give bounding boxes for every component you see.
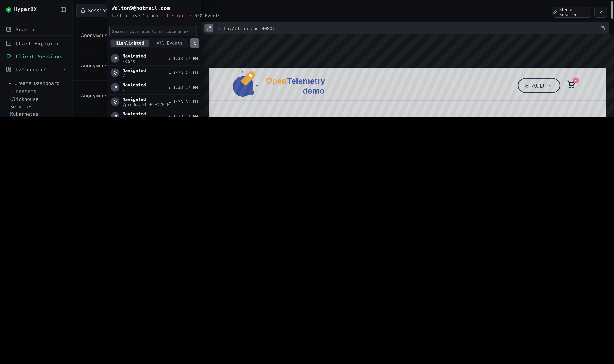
brand-title: HyperDX — [14, 6, 37, 12]
share-session-button[interactable]: Share Session — [553, 7, 591, 18]
sidebar-item-dashboards[interactable]: Dashboards — [0, 64, 72, 74]
search-journal-icon — [6, 26, 12, 32]
event-timestamp: ▶1:38:27 PM — [169, 85, 198, 90]
event-title: Navigated — [123, 68, 169, 73]
hyperdx-app: HyperDX Search Chart Explorer Client Ses… — [0, 0, 614, 117]
opentelemetry-logo: ✦ ✦ ✦ — [233, 71, 266, 98]
replay-area: Share Session ✕ http://frontend:8080/ ✦ … — [201, 0, 614, 117]
session-meta: Last active 1h ago · 1 Errors · 550 Even… — [112, 13, 220, 18]
share-session-label: Share Session — [559, 7, 591, 17]
tab-all-events[interactable]: All Events — [152, 39, 187, 47]
play-marker-icon: ▶ — [169, 116, 171, 117]
sessions-tab-icon — [80, 8, 86, 13]
navigation-pin-icon — [111, 98, 119, 106]
sidebar-divider — [0, 35, 72, 36]
presets-group-header[interactable]: PRESETS — [10, 90, 37, 94]
navigation-pin-icon — [111, 112, 119, 117]
sidebar-item-label: Client Sessions — [16, 53, 63, 59]
event-path: / — [123, 73, 169, 78]
cart-button[interactable]: 4 — [566, 79, 578, 91]
laptop-icon — [6, 53, 12, 60]
tab-highlighted[interactable]: Highlighted — [111, 39, 149, 47]
replay-url-bar: http://frontend:8080/ — [201, 22, 609, 34]
event-search-input[interactable] — [109, 26, 197, 36]
navigation-pin-icon — [111, 54, 119, 63]
session-event-panel: Walton9@hotmail.com Last active 1h ago ·… — [107, 0, 201, 117]
session-email: Walton9@hotmail.com — [112, 5, 170, 11]
event-row[interactable]: Navigated / ▶1:38:21 PM — [107, 65, 201, 80]
sidebar-item-label: Chart Explorer — [16, 40, 60, 46]
event-title: Navigated — [123, 53, 169, 58]
chart-explorer-icon — [6, 40, 12, 47]
hyperdx-logo-icon — [6, 7, 12, 13]
event-filter-tabs: Highlighted All Events — [109, 39, 188, 48]
sidebar: HyperDX Search Chart Explorer Client Ses… — [0, 0, 73, 117]
error-count: 1 Errors — [166, 13, 187, 18]
play-marker-icon: ▶ — [169, 72, 171, 75]
event-timestamp: ▶1:38:17 PM — [169, 56, 198, 61]
currency-code: AUD — [532, 82, 544, 89]
event-path: /cart — [123, 117, 169, 117]
currency-select[interactable]: $ AUD — [518, 78, 560, 93]
event-timestamp: ▶1:38:21 PM — [169, 70, 198, 75]
chevron-down-icon — [10, 90, 14, 94]
chevron-down-icon — [547, 83, 553, 88]
play-marker-icon: ▶ — [169, 58, 171, 61]
tab-sessions[interactable]: Sessions — [76, 4, 111, 17]
preset-kubernetes[interactable]: Kubernetes — [10, 112, 39, 117]
event-path: /product/L9ECAV7KIM — [123, 102, 169, 107]
replay-stage: ✦ ✦ ✦ OpenTelemetrydemo $ AUD 4 Shopping… — [201, 35, 614, 117]
brand-demo: demo — [266, 86, 325, 95]
event-row[interactable]: Navigated /cart ▶1:38:37 PM — [107, 109, 201, 117]
dashboards-icon — [6, 66, 12, 72]
replay-url: http://frontend:8080/ — [218, 26, 275, 31]
sidebar-item-search[interactable]: Search — [0, 24, 72, 35]
chevron-up-icon[interactable] — [61, 67, 66, 72]
event-row[interactable]: Navigated /cart ▶1:38:17 PM — [107, 51, 201, 65]
sidebar-item-label: Search — [16, 26, 35, 32]
create-dashboard-link[interactable]: + Create Dashboard — [9, 80, 59, 86]
event-row[interactable]: Navigated /product/L9ECAV7KIM ▶1:38:31 P… — [107, 94, 201, 109]
sidebar-item-label: Dashboards — [16, 66, 47, 72]
navigation-pin-icon — [111, 83, 119, 92]
session-user: Anonymous — [81, 63, 108, 68]
event-title: Navigated — [123, 112, 169, 117]
play-marker-icon: ▶ — [169, 87, 171, 90]
event-timestamp: ▶1:38:31 PM — [169, 100, 198, 104]
scrollbar-thumb[interactable] — [611, 1, 613, 19]
sidebar-divider — [0, 77, 72, 77]
presets-heading: PRESETS — [16, 90, 37, 94]
brand-text: OpenTelemetrydemo — [266, 76, 325, 95]
copy-url-icon[interactable] — [600, 26, 605, 31]
currency-symbol: $ — [525, 82, 529, 89]
event-title: Navigated — [123, 97, 169, 102]
link-icon — [553, 10, 557, 14]
cart-badge: 4 — [573, 78, 579, 83]
session-user: Anonymous — [81, 93, 108, 99]
header-divider — [209, 101, 606, 101]
close-button[interactable]: ✕ — [594, 7, 607, 18]
sidebar-item-client-sessions[interactable]: Client Sessions — [0, 51, 72, 61]
play-marker-icon: ▶ — [169, 101, 171, 104]
session-user: Anonymous — [81, 32, 108, 38]
navigation-pin-icon — [111, 68, 119, 77]
sidebar-item-chart-explorer[interactable]: Chart Explorer — [0, 39, 72, 49]
event-timestamp: ▶1:38:37 PM — [169, 114, 198, 117]
event-path: / — [123, 88, 169, 92]
preset-clickhouse[interactable]: Clickhouse — [10, 97, 39, 102]
event-path: /cart — [123, 59, 169, 63]
collapse-sidebar-icon[interactable] — [60, 6, 67, 13]
event-list: Navigated /cart ▶1:38:17 PM Navigated / … — [107, 51, 201, 117]
replayed-webpage: ✦ ✦ ✦ OpenTelemetrydemo $ AUD 4 Shopping… — [209, 68, 606, 117]
event-title: Navigated — [123, 82, 169, 88]
fullscreen-expand-icon[interactable] — [205, 24, 213, 32]
preset-services[interactable]: Services — [10, 104, 33, 110]
collapse-events-button[interactable] — [190, 39, 199, 48]
event-row[interactable]: Navigated / ▶1:38:27 PM — [107, 80, 201, 94]
